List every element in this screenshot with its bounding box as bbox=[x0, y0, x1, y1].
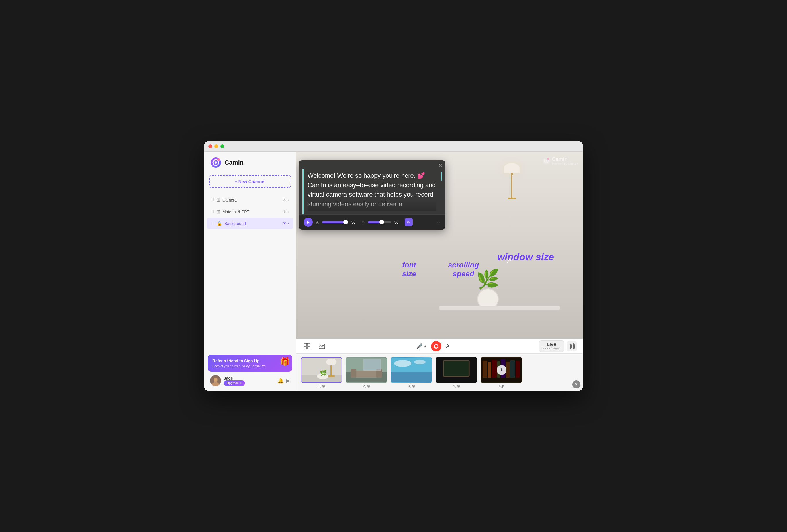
svg-point-7 bbox=[214, 378, 217, 382]
referral-subtitle: Each of you earns a 7-Day Camin Pro bbox=[212, 364, 288, 368]
thumbnail-item-4: 4.jpg bbox=[435, 357, 477, 387]
tp-speed-slider[interactable] bbox=[368, 221, 391, 223]
camera-chevron-icon[interactable]: › bbox=[288, 198, 289, 202]
room-plant: 🌿 bbox=[476, 270, 499, 310]
svg-point-10 bbox=[546, 160, 547, 162]
material-visibility-icon[interactable]: 👁 bbox=[282, 210, 286, 214]
microphone-icon[interactable]: 🎤 bbox=[417, 343, 423, 349]
drag-handle-camera: ⠿ bbox=[211, 198, 214, 202]
thumb-label-4: 4.jpg bbox=[453, 384, 460, 387]
record-button[interactable] bbox=[431, 341, 441, 352]
room-surface bbox=[439, 305, 560, 310]
teleprompter-close-button[interactable]: ✕ bbox=[439, 163, 442, 168]
tp-text-area: Welcome! We're so happy you're here. 💕 C… bbox=[307, 171, 437, 211]
svg-rect-15 bbox=[307, 346, 310, 349]
svg-point-3 bbox=[217, 158, 220, 161]
help-button[interactable]: ? bbox=[572, 380, 580, 388]
tp-controls: ▶ A 30 ⊙ 50 ✏ ↔ bbox=[299, 214, 445, 230]
image-icon bbox=[319, 343, 325, 349]
user-info: Jade Upgrade ✦ bbox=[224, 376, 275, 386]
svg-rect-21 bbox=[331, 365, 332, 376]
svg-rect-14 bbox=[304, 346, 307, 349]
minimize-button[interactable] bbox=[214, 145, 218, 148]
thumb-add-overlay: + bbox=[481, 358, 522, 382]
app-content: Camin + New Channel ⠿ ⊞ Camera 👁 › ⠿ ⊞ bbox=[204, 152, 583, 391]
user-avatar bbox=[210, 375, 221, 386]
record-indicator bbox=[434, 344, 439, 348]
background-visibility-icon[interactable]: 👁 bbox=[282, 221, 286, 226]
mic-group: 🎤 ∧ bbox=[417, 343, 426, 349]
thumbnail-2[interactable] bbox=[346, 357, 387, 383]
svg-rect-28 bbox=[350, 369, 356, 378]
thumbnail-5[interactable]: + bbox=[481, 357, 522, 383]
material-label: Material & PPT bbox=[222, 210, 281, 214]
notification-icon[interactable]: 🔔 bbox=[277, 378, 284, 384]
sidebar-item-camera[interactable]: ⠿ ⊞ Camera 👁 › bbox=[207, 194, 294, 206]
bottom-toolbar: 🎤 ∧ A LIVE STREAMING bbox=[296, 339, 583, 354]
thumbnail-1[interactable]: 🌿 bbox=[301, 357, 342, 383]
tp-edit-button[interactable]: ✏ bbox=[405, 218, 413, 226]
tp-divider: ⊙ bbox=[362, 220, 365, 224]
drag-handle-background: ⠿ bbox=[211, 221, 214, 226]
thumb-label-5: 5.jp bbox=[499, 384, 504, 387]
tp-font-size-slider[interactable] bbox=[322, 221, 348, 223]
room-lamp bbox=[504, 163, 519, 199]
live-button[interactable]: LIVE STREAMING bbox=[539, 340, 564, 352]
watermark-app-name: Camin bbox=[552, 156, 578, 162]
sidebar-bottom: 🎁 Refer a friend to Sign Up Each of you … bbox=[204, 351, 296, 391]
camin-logo-icon bbox=[210, 157, 221, 168]
sidebar: Camin + New Channel ⠿ ⊞ Camera 👁 › ⠿ ⊞ bbox=[204, 152, 296, 391]
thumb-label-3: 3.jpg bbox=[408, 384, 415, 387]
user-actions: 🔔 ▶ bbox=[277, 378, 290, 384]
tp-content: Welcome! We're so happy you're here. 💕 C… bbox=[299, 169, 445, 214]
material-icon: ⊞ bbox=[216, 209, 220, 214]
tp-play-button[interactable]: ▶ bbox=[303, 217, 313, 227]
logo-text: Camin bbox=[225, 159, 243, 166]
bar-3 bbox=[572, 344, 572, 348]
svg-rect-32 bbox=[391, 372, 432, 382]
user-name: Jade bbox=[224, 376, 275, 380]
bar-1 bbox=[569, 345, 570, 348]
svg-point-33 bbox=[394, 360, 411, 367]
tp-font-thumb bbox=[343, 220, 348, 225]
maximize-button[interactable] bbox=[220, 145, 224, 148]
referral-banner[interactable]: 🎁 Refer a friend to Sign Up Each of you … bbox=[208, 355, 292, 372]
lamp-base bbox=[508, 198, 516, 199]
watermark-sub: Powered by Clipsale bbox=[552, 162, 578, 165]
close-button[interactable] bbox=[208, 145, 212, 148]
new-channel-button[interactable]: + New Channel bbox=[209, 175, 291, 188]
play-icon[interactable]: ▶ bbox=[286, 378, 290, 384]
thumb-4-img bbox=[436, 358, 476, 382]
main-area: 🌿 Camin Powered bbox=[296, 152, 583, 391]
thumbnail-item-3: 3.jpg bbox=[391, 357, 432, 387]
svg-point-2 bbox=[215, 162, 217, 164]
svg-rect-13 bbox=[307, 343, 310, 346]
sidebar-item-material[interactable]: ⠿ ⊞ Material & PPT 👁 › bbox=[207, 206, 294, 217]
svg-rect-30 bbox=[363, 359, 381, 370]
image-view-button[interactable] bbox=[317, 341, 327, 352]
lamp-neck bbox=[511, 175, 512, 198]
tp-resize-icon[interactable]: ↔ bbox=[437, 220, 441, 225]
upgrade-button[interactable]: Upgrade ✦ bbox=[224, 380, 245, 386]
audio-bars-button[interactable] bbox=[567, 341, 577, 352]
mic-chevron-icon[interactable]: ∧ bbox=[424, 344, 426, 348]
svg-point-11 bbox=[547, 158, 549, 160]
lamp-shade bbox=[504, 163, 519, 173]
teleprompter-popup: ✕ Welcome! We're so happy you're here. 💕… bbox=[299, 160, 445, 230]
svg-text:🌿: 🌿 bbox=[320, 369, 327, 376]
text-tool-button[interactable]: A bbox=[446, 343, 449, 349]
grid-icon bbox=[304, 343, 310, 349]
thumbnail-3[interactable] bbox=[391, 357, 432, 383]
tp-header: ✕ bbox=[299, 160, 445, 169]
tp-line1: Welcome! We're so happy you're here. bbox=[307, 172, 417, 179]
live-label: LIVE bbox=[547, 342, 556, 347]
thumb-3-img bbox=[391, 358, 432, 382]
sidebar-items-list: ⠿ ⊞ Camera 👁 › ⠿ ⊞ Material & PPT 👁 › ⠿ bbox=[204, 193, 296, 351]
background-chevron-icon[interactable]: › bbox=[288, 221, 289, 226]
material-chevron-icon[interactable]: › bbox=[288, 210, 289, 214]
camera-visibility-icon[interactable]: 👁 bbox=[282, 198, 286, 203]
thumbnail-4[interactable] bbox=[435, 357, 477, 383]
sidebar-item-background[interactable]: ⠿ 🔒 Background 👁 › bbox=[207, 218, 294, 229]
grid-view-button[interactable] bbox=[302, 341, 312, 352]
titlebar bbox=[204, 141, 583, 152]
